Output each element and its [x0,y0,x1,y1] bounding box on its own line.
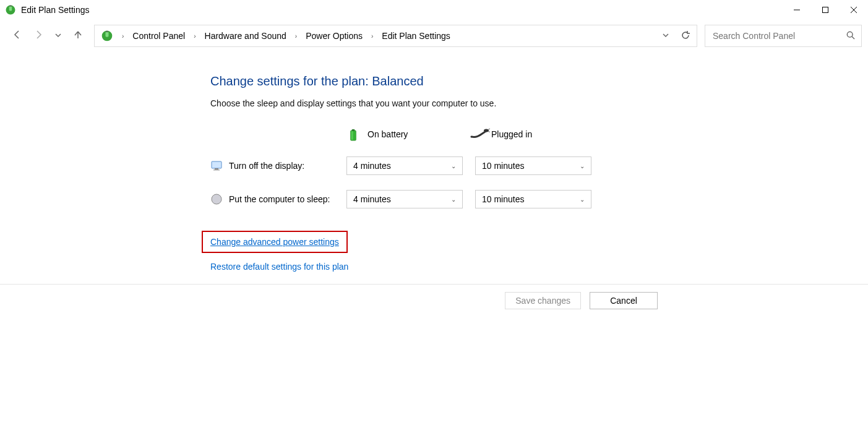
dropdown-value: 10 minutes [482,194,524,204]
breadcrumb-item[interactable]: Power Options [302,31,366,41]
dropdown-value: 10 minutes [482,161,524,171]
navigation-row: › Control Panel › Hardware and Sound › P… [0,20,868,52]
window-title: Edit Plan Settings [21,5,90,15]
breadcrumb-item[interactable]: Control Panel [129,31,189,41]
svg-rect-2 [10,6,11,7]
column-header-plugged: Plugged in [470,127,594,142]
chevron-right-icon[interactable]: › [191,33,198,40]
svg-rect-16 [351,131,353,140]
svg-rect-10 [106,31,106,33]
main-content: Change settings for the plan: Balanced C… [0,52,868,284]
forward-button[interactable] [33,30,43,42]
svg-rect-3 [11,6,11,7]
svg-rect-22 [213,169,220,171]
chevron-down-icon: ⌄ [580,196,585,203]
breadcrumb-item[interactable]: Hardware and Sound [201,31,290,41]
svg-line-19 [488,132,490,132]
search-box[interactable] [705,25,862,47]
display-plugged-dropdown[interactable]: 10 minutes ⌄ [475,157,591,175]
power-plan-icon [5,4,16,15]
column-label: On battery [367,129,408,139]
advanced-settings-link[interactable]: Change advanced power settings [210,237,339,247]
svg-point-12 [847,32,853,37]
svg-point-17 [484,129,489,132]
breadcrumb-item[interactable]: Edit Plan Settings [378,31,454,41]
minimize-button[interactable] [783,0,811,20]
svg-rect-15 [352,129,355,131]
refresh-icon[interactable] [681,30,690,42]
chevron-right-icon[interactable]: › [293,33,299,40]
sleep-battery-dropdown[interactable]: 4 minutes ⌄ [346,190,463,208]
highlighted-link-box: Change advanced power settings [202,231,348,253]
display-battery-dropdown[interactable]: 4 minutes ⌄ [346,157,463,175]
power-plan-icon [101,30,113,42]
recent-dropdown-icon[interactable] [54,30,62,41]
chevron-right-icon[interactable]: › [369,33,376,40]
page-heading: Change settings for the plan: Balanced [210,74,868,88]
svg-rect-5 [823,7,828,13]
address-bar[interactable]: › Control Panel › Hardware and Sound › P… [94,25,697,47]
chevron-down-icon: ⌄ [580,163,585,169]
save-button: Save changes [505,292,581,309]
search-input[interactable] [711,30,846,41]
up-button[interactable] [73,30,83,42]
sleep-plugged-dropdown[interactable]: 10 minutes ⌄ [475,190,591,208]
back-button[interactable] [12,30,22,42]
svg-rect-21 [215,168,218,169]
svg-line-13 [852,36,854,39]
window-titlebar: Edit Plan Settings [0,0,868,20]
monitor-icon [210,160,223,172]
page-subtext: Choose the sleep and display settings th… [210,98,868,108]
svg-line-18 [488,129,490,130]
svg-point-23 [212,194,221,204]
cancel-button[interactable]: Cancel [590,292,658,309]
chevron-down-icon: ⌄ [451,163,456,169]
svg-rect-1 [9,6,12,11]
maximize-button[interactable] [811,0,840,20]
chevron-right-icon[interactable]: › [119,33,126,40]
row-sleep: Put the computer to sleep: 4 minutes ⌄ 1… [210,190,868,208]
dropdown-value: 4 minutes [353,161,391,171]
address-dropdown-icon[interactable] [662,31,669,41]
moon-icon [210,193,223,205]
row-display: Turn off the display: 4 minutes ⌄ 10 min… [210,157,868,175]
column-label: Plugged in [491,129,532,139]
row-display-label: Turn off the display: [229,161,304,171]
footer-buttons: Save changes Cancel [0,285,868,309]
column-header-battery: On battery [346,127,470,142]
svg-rect-20 [212,161,221,168]
restore-defaults-link[interactable]: Restore default settings for this plan [210,262,348,272]
chevron-down-icon: ⌄ [451,196,456,203]
plug-icon [470,127,485,142]
svg-rect-11 [107,31,108,33]
battery-icon [346,127,361,142]
close-button[interactable] [840,0,868,20]
search-icon[interactable] [846,31,855,41]
dropdown-value: 4 minutes [353,194,391,204]
row-sleep-label: Put the computer to sleep: [229,194,330,204]
svg-rect-9 [106,32,109,36]
